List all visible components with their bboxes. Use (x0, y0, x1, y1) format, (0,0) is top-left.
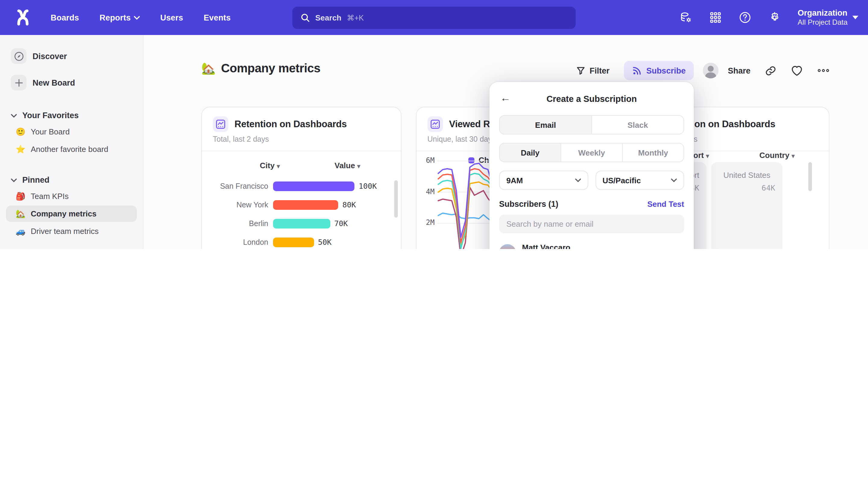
user-avatar[interactable] (703, 63, 719, 78)
help-icon[interactable] (739, 11, 752, 24)
chevron-down-icon (11, 114, 17, 117)
org-project: All Project Data (798, 18, 847, 27)
subscribers-count: Subscribers (1) (499, 199, 559, 209)
sidebar-discover[interactable]: Discover (7, 46, 136, 66)
search-shortcut: ⌘+K (347, 13, 364, 22)
sidebar-section: Your Favorites🙂Your Board⭐Another favori… (0, 108, 143, 157)
sidebar-item-team-kpis[interactable]: 🎒Team KPIs (6, 188, 137, 205)
column-header-city[interactable]: City ▾ (260, 161, 280, 170)
modal-title: Create a Subscription (546, 94, 637, 104)
chevron-down-icon (671, 179, 677, 182)
org-switcher[interactable]: Organization All Project Data (798, 9, 858, 27)
table-row: London50K (202, 233, 401, 249)
send-test-link[interactable]: Send Test (647, 199, 684, 209)
sidebar-item-your-board[interactable]: 🙂Your Board (6, 123, 137, 140)
bar (273, 237, 314, 247)
sidebar-item-driver-team-metrics[interactable]: 🚙Driver team metrics (6, 223, 137, 239)
tab-weekly[interactable]: Weekly (561, 144, 622, 161)
y-axis-tick: 6M (419, 156, 435, 165)
bar (273, 181, 355, 191)
back-arrow-icon[interactable]: ← (500, 91, 510, 105)
tab-monthly[interactable]: Monthly (622, 144, 683, 161)
chevron-down-icon (575, 179, 581, 182)
sidebar-section: Pinned🎒Team KPIs🏡Company metrics🚙Driver … (0, 173, 143, 239)
board-emoji: 🏡 (201, 62, 215, 75)
column-header-value[interactable]: Value ▾ (335, 161, 360, 170)
report-chart-icon (216, 119, 225, 129)
sidebar-new-board[interactable]: New Board (7, 73, 136, 93)
settings-gear-icon[interactable] (768, 11, 782, 24)
filter-button[interactable]: Filter (576, 66, 610, 75)
search-placeholder: Search (315, 13, 342, 22)
mixpanel-dashboard: Boards Reports Users Events Search ⌘+K O… (0, 0, 868, 249)
subscribe-button[interactable]: Subscribe (624, 61, 694, 80)
nav-links: Boards Reports Users Events (51, 13, 231, 22)
org-name: Organization (798, 9, 847, 17)
retention-rows: San Francisco100KNew York80KBerlin70KLon… (202, 176, 401, 249)
board-emoji: 🙂 (16, 127, 26, 136)
plus-icon (14, 78, 23, 87)
mixpanel-logo-icon[interactable] (11, 5, 35, 29)
tab-daily[interactable]: Daily (500, 144, 561, 161)
nav-item-reports[interactable]: Reports (99, 13, 139, 22)
copy-link-icon[interactable] (765, 65, 776, 76)
scrollbar-thumb[interactable] (808, 162, 812, 191)
channel-tabs: Email Slack (499, 115, 684, 134)
apps-grid-icon[interactable] (709, 11, 722, 24)
sidebar-item-another-favorite-board[interactable]: ⭐Another favorite board (6, 141, 137, 157)
nav-item-events[interactable]: Events (204, 13, 231, 22)
table-row: New York80K (202, 195, 401, 214)
subscriber-name: Matt Vaccaro (522, 243, 615, 249)
time-select[interactable]: 9AM (499, 171, 588, 190)
chevron-down-icon (134, 15, 140, 19)
tab-email[interactable]: Email (500, 116, 591, 134)
create-subscription-modal: ← Create a Subscription Email Slack Dail… (490, 82, 694, 249)
timezone-select[interactable]: US/Pacific (595, 171, 684, 190)
favorite-heart-icon[interactable] (791, 65, 803, 76)
sidebar: Discover New Board Your Favorites🙂Your B… (0, 35, 144, 249)
board-emoji: 🎒 (16, 192, 26, 201)
caret-down-icon (852, 16, 858, 19)
more-options-icon[interactable] (817, 69, 829, 73)
search-icon (301, 13, 310, 22)
subscriber-search-input[interactable]: Search by name or email (499, 215, 684, 233)
y-axis-tick: 4M (419, 187, 435, 196)
chevron-down-icon (11, 178, 17, 182)
board-emoji: 🚙 (16, 227, 26, 236)
frequency-tabs: Daily Weekly Monthly (499, 143, 684, 162)
card-retention-bars: Retention on Dashboards Total, last 2 da… (201, 107, 401, 249)
country-panel[interactable]: United States 64K (711, 162, 783, 249)
table-row: Berlin70K (202, 214, 401, 233)
bar (273, 219, 330, 228)
subscriber-avatar (499, 244, 516, 249)
filter-icon (576, 66, 585, 75)
board-emoji: 🏡 (16, 209, 26, 218)
rss-icon (632, 66, 642, 75)
table-row: San Francisco100K (202, 176, 401, 195)
nav-item-users[interactable]: Users (160, 13, 183, 22)
sidebar-item-company-metrics[interactable]: 🏡Company metrics (6, 206, 137, 222)
top-nav: Boards Reports Users Events Search ⌘+K O… (0, 0, 868, 35)
search-input[interactable]: Search ⌘+K (292, 6, 576, 29)
card-title: Retention on Dashboards (235, 119, 347, 130)
data-management-icon[interactable] (680, 11, 693, 24)
column-header-country[interactable]: Country ▾ (747, 151, 807, 160)
page-title: 🏡 Company metrics (201, 62, 320, 75)
nav-item-boards[interactable]: Boards (51, 13, 79, 22)
sidebar-section-header[interactable]: Your Favorites (0, 108, 143, 122)
tab-slack[interactable]: Slack (591, 116, 683, 134)
share-button[interactable]: Share (728, 66, 750, 75)
compass-icon (14, 51, 24, 61)
bar (273, 200, 338, 210)
sidebar-section-header[interactable]: Pinned (0, 173, 143, 187)
card-subtitle: Total, last 2 days (213, 135, 390, 144)
y-axis-tick: 2M (419, 219, 435, 227)
board-emoji: ⭐ (16, 145, 26, 154)
scrollbar-thumb[interactable] (394, 180, 398, 218)
subscriber-row[interactable]: Matt Vaccaro matt.vaccaro@mixpanel.com (499, 243, 684, 249)
